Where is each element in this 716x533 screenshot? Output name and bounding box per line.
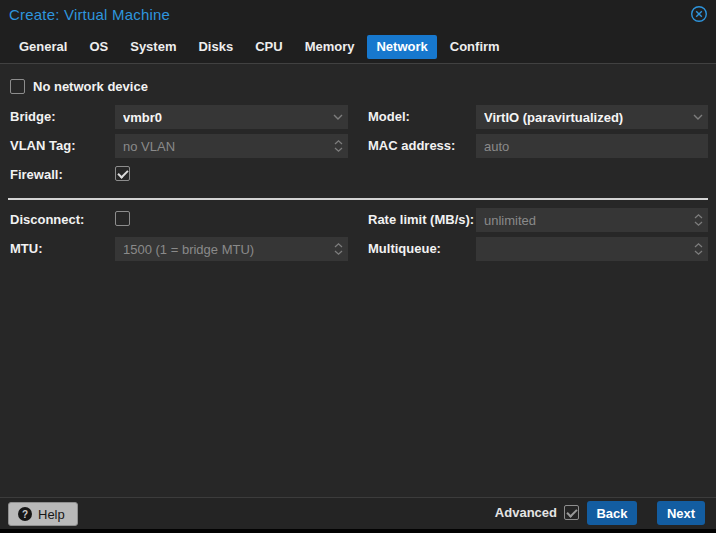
mtu-spinner-field xyxy=(115,237,348,261)
spinner-up-down-icon[interactable] xyxy=(688,237,708,261)
vlan-input[interactable] xyxy=(115,134,328,158)
tab-general[interactable]: General xyxy=(10,35,76,59)
tab-cpu[interactable]: CPU xyxy=(246,35,291,59)
advanced-label: Advanced xyxy=(495,505,557,520)
advanced-checkbox[interactable] xyxy=(564,505,579,520)
firewall-checkbox[interactable] xyxy=(115,166,130,181)
model-input[interactable] xyxy=(476,105,688,129)
multiqueue-spinner-field xyxy=(476,237,708,261)
network-panel: No network device Bridge: Model: VLAN Ta… xyxy=(0,65,716,497)
tab-confirm[interactable]: Confirm xyxy=(441,35,509,59)
dialog-header: Create: Virtual Machine General OS Syste… xyxy=(0,0,716,64)
mac-address-input[interactable] xyxy=(476,134,708,158)
tab-os[interactable]: OS xyxy=(80,35,117,59)
multiqueue-label: Multiqueue: xyxy=(368,241,441,256)
help-icon: ? xyxy=(18,507,32,521)
chevron-down-icon[interactable] xyxy=(688,105,708,129)
bridge-label: Bridge: xyxy=(10,109,56,124)
no-network-device-label: No network device xyxy=(33,79,148,94)
no-network-device-checkbox[interactable] xyxy=(10,79,25,94)
close-icon[interactable] xyxy=(690,5,708,23)
spinner-up-down-icon[interactable] xyxy=(688,208,708,232)
window-bottom-edge xyxy=(0,529,716,533)
disconnect-checkbox[interactable] xyxy=(115,211,130,226)
mac-address-label: MAC address: xyxy=(368,138,455,153)
bridge-combo xyxy=(115,105,348,129)
tab-memory[interactable]: Memory xyxy=(296,35,364,59)
multiqueue-input[interactable] xyxy=(476,237,688,261)
spinner-up-down-icon[interactable] xyxy=(328,237,348,261)
mtu-input[interactable] xyxy=(115,237,328,261)
next-button[interactable]: Next xyxy=(657,501,705,525)
spinner-up-down-icon[interactable] xyxy=(328,134,348,158)
rate-limit-spinner-field xyxy=(476,208,708,232)
vlan-spinner-field xyxy=(115,134,348,158)
model-label: Model: xyxy=(368,109,410,124)
tab-disks[interactable]: Disks xyxy=(189,35,242,59)
model-combo xyxy=(476,105,708,129)
section-divider xyxy=(8,198,708,200)
bridge-input[interactable] xyxy=(115,105,328,129)
tab-network[interactable]: Network xyxy=(367,35,436,59)
tab-system[interactable]: System xyxy=(121,35,185,59)
help-button-label: Help xyxy=(38,507,65,522)
help-button[interactable]: ? Help xyxy=(8,502,78,526)
vlan-label: VLAN Tag: xyxy=(10,138,75,153)
rate-limit-input[interactable] xyxy=(476,208,688,232)
mtu-label: MTU: xyxy=(10,241,43,256)
mac-address-field xyxy=(476,134,708,158)
chevron-down-icon[interactable] xyxy=(328,105,348,129)
back-button[interactable]: Back xyxy=(587,501,637,525)
no-network-device-row: No network device xyxy=(10,79,148,94)
disconnect-label: Disconnect: xyxy=(10,212,84,227)
advanced-toggle-row: Advanced xyxy=(495,505,579,520)
dialog-footer: ? Help Advanced Back Next xyxy=(0,497,716,529)
firewall-label: Firewall: xyxy=(10,167,63,182)
dialog-title: Create: Virtual Machine xyxy=(9,6,170,23)
wizard-tabs: General OS System Disks CPU Memory Netwo… xyxy=(10,35,509,59)
create-vm-dialog: Create: Virtual Machine General OS Syste… xyxy=(0,0,716,533)
rate-limit-label: Rate limit (MB/s): xyxy=(368,212,474,227)
